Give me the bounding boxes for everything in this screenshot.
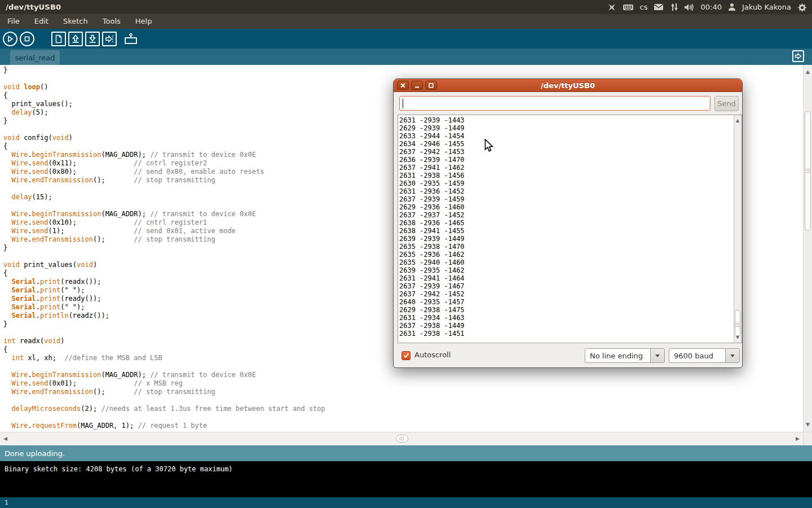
serial-data-row: 2630 -2935 -1459: [399, 179, 465, 187]
serial-scrollbar[interactable]: ▲ ▼: [734, 115, 742, 343]
code-line: Wire.requestFrom(MAG_ADDR, 1); // reques…: [3, 422, 803, 430]
system-tray: cs 00:40 Jakub Kakona: [607, 3, 812, 12]
network-updown-icon[interactable]: [670, 3, 678, 11]
serial-input-field[interactable]: [399, 96, 710, 111]
serial-data-row: 2637 -2939 -1467: [399, 282, 465, 290]
autoscroll-checkbox[interactable]: [401, 351, 411, 360]
serial-data-row: 2635 -2940 -1460: [399, 259, 465, 266]
serial-data-row: 2639 -2939 -1449: [399, 235, 465, 243]
serial-data-row: 2637 -2941 -1462: [399, 164, 465, 172]
serial-data-row: 2637 -2937 -1452: [399, 211, 465, 219]
serial-data-row: 2638 -2936 -1465: [399, 219, 465, 227]
menu-tools[interactable]: Tools: [95, 14, 128, 29]
tab-menu-button[interactable]: [792, 50, 804, 62]
send-button[interactable]: Send: [714, 96, 739, 111]
serial-output-area[interactable]: 2631 -2939 -14432629 -2939 -14492633 -29…: [398, 115, 742, 343]
menu-edit[interactable]: Edit: [27, 14, 56, 29]
serial-data-row: 2634 -2946 -1455: [399, 140, 465, 148]
autoscroll-label: Autoscroll: [414, 351, 451, 359]
app-indicator-icon[interactable]: [607, 3, 616, 12]
tab-bar: serial_read: [0, 49, 812, 65]
menu-help[interactable]: Help: [128, 14, 160, 29]
baud-rate-dropdown[interactable]: 9600 baud: [669, 348, 740, 363]
serial-data-row: 2631 -2934 -1463: [399, 314, 465, 322]
menu-file[interactable]: File: [0, 14, 27, 29]
session-gear-icon[interactable]: [797, 3, 806, 12]
scroll-up-arrow-icon[interactable]: ▲: [806, 69, 810, 75]
serial-data-row: 2629 -2936 -1460: [399, 203, 465, 211]
code-line: delayMicroseconds(2); //needs at least 1…: [3, 405, 803, 413]
serial-data-row: 2637 -2938 -1449: [399, 322, 465, 330]
editor-horizontal-scrollbar[interactable]: ◀ ▶: [0, 432, 803, 445]
serial-data-row: 2635 -2938 -1470: [399, 243, 465, 251]
line-number-indicator: 1: [5, 499, 8, 506]
editor-vertical-scrollbar[interactable]: ▲ ▼: [803, 65, 812, 432]
maximize-button[interactable]: [425, 81, 437, 90]
tab-label: serial_read: [15, 54, 55, 62]
serial-data-row: 2640 -2935 -1457: [399, 298, 465, 306]
send-button-label: Send: [717, 99, 736, 108]
code-line: Wire.send(0x01); // x MSB reg: [3, 379, 803, 388]
new-sketch-button[interactable]: [51, 32, 66, 46]
serial-window-titlebar[interactable]: /dev/ttyUSB0: [394, 79, 742, 92]
serial-data-row: 2639 -2935 -1462: [399, 266, 465, 274]
minimize-button[interactable]: [411, 81, 423, 90]
open-sketch-button[interactable]: [68, 32, 83, 46]
editor-vscroll-thumb[interactable]: [805, 111, 811, 231]
serial-monitor-button[interactable]: [123, 32, 138, 46]
keyboard-layout-icon[interactable]: [623, 3, 634, 11]
serial-data-row: 2629 -2939 -1449: [399, 124, 465, 132]
code-line: Wire.endTransmission(); // stop transmit…: [3, 388, 803, 396]
serial-window-title: /dev/ttyUSB0: [394, 81, 742, 90]
serial-data-row: 2633 -2944 -1454: [399, 132, 465, 140]
system-top-bar: /dev/ttyUSB0 cs 00:40 Jakub Kakona: [0, 0, 812, 14]
build-console: Binary sketch size: 4208 bytes (of a 307…: [0, 461, 812, 497]
verify-button[interactable]: [3, 32, 17, 46]
scroll-up-arrow-icon[interactable]: ▲: [736, 118, 739, 123]
chevron-down-icon: [730, 354, 735, 357]
menu-sketch[interactable]: Sketch: [56, 14, 95, 29]
scroll-left-arrow-icon[interactable]: ◀: [3, 436, 7, 441]
scroll-down-arrow-icon[interactable]: ▼: [806, 422, 810, 427]
dropdown-arrow-button[interactable]: [725, 349, 739, 362]
serial-data-row: 2637 -2942 -1452: [399, 290, 465, 298]
dropdown-arrow-button[interactable]: [650, 349, 664, 362]
line-ending-value: No line ending: [585, 349, 650, 362]
window-title: /dev/ttyUSB0: [0, 3, 61, 11]
scroll-down-arrow-icon[interactable]: ▼: [736, 335, 739, 340]
user-name[interactable]: Jakub Kakona: [742, 3, 791, 11]
serial-data-row: 2631 -2941 -1464: [399, 274, 465, 282]
line-ending-dropdown[interactable]: No line ending: [585, 348, 665, 363]
mail-icon[interactable]: [654, 3, 664, 11]
desktop-screen: /dev/ttyUSB0 cs 00:40 Jakub Kakona: [0, 0, 812, 508]
mouse-cursor: [484, 139, 495, 156]
serial-monitor-window: /dev/ttyUSB0 Send 2631 -2939 -14432629 -…: [393, 78, 743, 368]
volume-icon[interactable]: [684, 3, 694, 11]
tab-serial-read[interactable]: serial_read: [10, 50, 60, 65]
code-line: Wire.beginTransmission(MAG_ADDR); // tra…: [3, 371, 803, 379]
serial-output-rows: 2631 -2939 -14432629 -2939 -14492633 -29…: [399, 116, 465, 338]
save-sketch-button[interactable]: [85, 32, 100, 46]
serial-data-row: 2638 -2941 -1455: [399, 227, 465, 235]
console-output: Binary sketch size: 4208 bytes (of a 307…: [5, 465, 233, 473]
serial-data-row: 2631 -2938 -1456: [399, 172, 465, 179]
serial-data-row: 2631 -2939 -1443: [399, 116, 465, 124]
upload-button[interactable]: [102, 32, 117, 46]
text-caret: [403, 99, 403, 108]
status-message: Done uploading.: [5, 449, 65, 458]
editor-hscroll-thumb[interactable]: [396, 435, 408, 443]
chevron-down-icon: [655, 354, 660, 357]
serial-data-row: 2631 -2936 -1452: [399, 187, 465, 195]
stop-button[interactable]: [20, 32, 34, 46]
scroll-right-arrow-icon[interactable]: ▶: [796, 436, 800, 441]
status-bar: Done uploading.: [0, 445, 812, 461]
close-button[interactable]: [397, 81, 409, 90]
serial-scroll-thumb[interactable]: [735, 310, 740, 337]
clock[interactable]: 00:40: [700, 3, 721, 11]
serial-data-row: 2637 -2942 -1453: [399, 148, 465, 156]
keyboard-layout-label[interactable]: cs: [640, 3, 648, 11]
scrollbar-corner: [803, 432, 812, 445]
baud-rate-value: 9600 baud: [669, 349, 725, 362]
serial-data-row: 2635 -2936 -1462: [399, 251, 465, 259]
ide-toolbar: [0, 29, 812, 49]
